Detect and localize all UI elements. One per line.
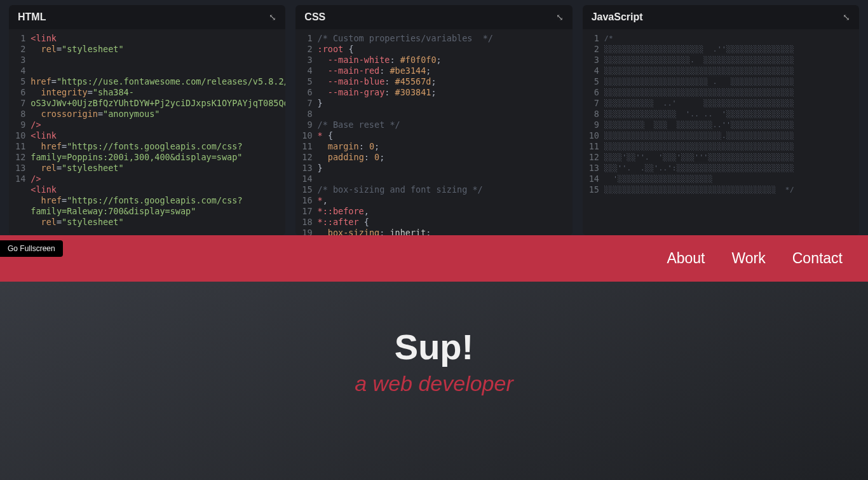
html-code-area[interactable]: 1 2 3 4 5 6 7 8 9 10 11 12 13 14 <link r… [9,29,285,235]
html-editor-title: HTML [18,11,46,23]
html-editor-header: HTML ⤡ [9,5,285,29]
js-gutter: 1 2 3 4 5 6 7 8 9 10 11 12 13 14 15 [583,33,604,235]
html-code[interactable]: <link rel="stylesheet" href="https://use… [31,33,285,235]
preview-nav: About Work Contact [0,235,868,282]
css-code-area[interactable]: 1 2 3 4 5 6 7 8 9 10 11 12 13 14 15 16 1… [295,29,572,235]
js-editor-header: JavaScript ⤡ [583,5,859,29]
editor-row: HTML ⤡ 1 2 3 4 5 6 7 8 9 10 11 12 13 14 … [0,0,868,235]
css-editor-panel: CSS ⤡ 1 2 3 4 5 6 7 8 9 10 11 12 13 14 1… [295,5,572,235]
html-gutter: 1 2 3 4 5 6 7 8 9 10 11 12 13 14 [9,33,31,235]
js-code[interactable]: /* ░░░░░░░░░░░░░░░░░░░░░░ .''░░░░░░░░░░░… [604,33,859,235]
css-code[interactable]: /* Custom properties/variables */ :root … [318,33,573,235]
css-gutter: 1 2 3 4 5 6 7 8 9 10 11 12 13 14 15 16 1… [295,33,317,235]
js-editor-title: JavaScript [592,11,643,23]
hero-heading: Sup! [0,326,868,367]
js-editor-panel: JavaScript ⤡ 1 2 3 4 5 6 7 8 9 10 11 12 … [583,5,859,235]
minimize-icon[interactable]: ⤡ [269,12,276,22]
hero-subtitle: a web developer [0,371,868,396]
go-fullscreen-button[interactable]: Go Fullscreen [0,240,63,257]
nav-link-work[interactable]: Work [731,250,765,267]
css-editor-title: CSS [304,11,325,23]
minimize-icon[interactable]: ⤡ [843,12,850,22]
js-code-area[interactable]: 1 2 3 4 5 6 7 8 9 10 11 12 13 14 15 /* ░… [583,29,859,235]
nav-link-about[interactable]: About [667,250,705,267]
nav-link-contact[interactable]: Contact [792,250,843,267]
minimize-icon[interactable]: ⤡ [556,12,564,22]
html-editor-panel: HTML ⤡ 1 2 3 4 5 6 7 8 9 10 11 12 13 14 … [9,5,285,235]
preview-area: Go Fullscreen About Work Contact Sup! a … [0,235,868,480]
css-editor-header: CSS ⤡ [295,5,572,29]
hero-section: Sup! a web developer [0,282,868,396]
